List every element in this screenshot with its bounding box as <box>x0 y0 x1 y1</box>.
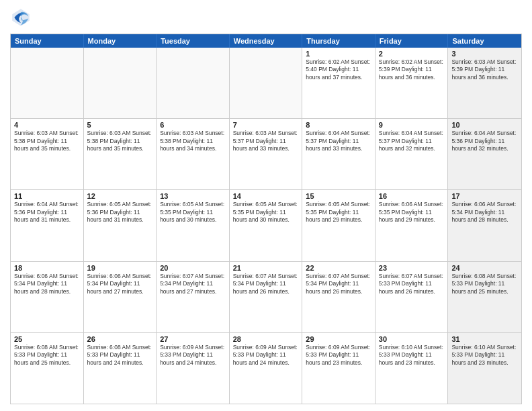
day-number: 12 <box>87 192 153 200</box>
calendar-row-5: 25Sunrise: 6:08 AM Sunset: 5:33 PM Dayli… <box>11 332 521 404</box>
calendar: SundayMondayTuesdayWednesdayThursdayFrid… <box>10 34 522 404</box>
day-number: 28 <box>233 335 299 343</box>
calendar-cell-day-22: 22Sunrise: 6:07 AM Sunset: 5:34 PM Dayli… <box>302 262 375 332</box>
day-info: Sunrise: 6:06 AM Sunset: 5:34 PM Dayligh… <box>451 201 518 224</box>
calendar-cell-day-25: 25Sunrise: 6:08 AM Sunset: 5:33 PM Dayli… <box>11 333 84 404</box>
day-number: 7 <box>233 121 299 129</box>
day-number: 4 <box>14 121 80 129</box>
calendar-cell-day-28: 28Sunrise: 6:09 AM Sunset: 5:33 PM Dayli… <box>230 333 303 404</box>
calendar-cell-day-7: 7Sunrise: 6:03 AM Sunset: 5:37 PM Daylig… <box>230 119 303 189</box>
day-number: 14 <box>233 192 299 200</box>
calendar-row-3: 11Sunrise: 6:04 AM Sunset: 5:36 PM Dayli… <box>11 189 521 261</box>
calendar-cell-day-4: 4Sunrise: 6:03 AM Sunset: 5:38 PM Daylig… <box>11 119 84 189</box>
day-info: Sunrise: 6:10 AM Sunset: 5:33 PM Dayligh… <box>451 344 518 367</box>
calendar-cell-day-21: 21Sunrise: 6:07 AM Sunset: 5:34 PM Dayli… <box>230 262 303 332</box>
calendar-cell-day-8: 8Sunrise: 6:04 AM Sunset: 5:37 PM Daylig… <box>302 119 375 189</box>
day-info: Sunrise: 6:10 AM Sunset: 5:33 PM Dayligh… <box>379 344 445 367</box>
day-info: Sunrise: 6:04 AM Sunset: 5:36 PM Dayligh… <box>451 130 518 152</box>
day-info: Sunrise: 6:05 AM Sunset: 5:36 PM Dayligh… <box>87 201 153 224</box>
calendar-cell-empty <box>11 48 84 118</box>
day-number: 1 <box>306 50 371 58</box>
day-number: 2 <box>379 50 445 58</box>
calendar-cell-day-9: 9Sunrise: 6:04 AM Sunset: 5:37 PM Daylig… <box>375 119 449 189</box>
day-number: 16 <box>379 192 445 200</box>
day-info: Sunrise: 6:05 AM Sunset: 5:35 PM Dayligh… <box>306 201 371 224</box>
day-number: 17 <box>451 192 518 200</box>
day-info: Sunrise: 6:09 AM Sunset: 5:33 PM Dayligh… <box>160 344 226 367</box>
calendar-cell-day-2: 2Sunrise: 6:02 AM Sunset: 5:39 PM Daylig… <box>375 48 449 118</box>
calendar-header: SundayMondayTuesdayWednesdayThursdayFrid… <box>11 34 521 48</box>
page: SundayMondayTuesdayWednesdayThursdayFrid… <box>0 0 532 411</box>
calendar-cell-day-1: 1Sunrise: 6:02 AM Sunset: 5:40 PM Daylig… <box>302 48 375 118</box>
weekday-header-friday: Friday <box>375 34 449 48</box>
calendar-cell-day-18: 18Sunrise: 6:06 AM Sunset: 5:34 PM Dayli… <box>11 262 84 332</box>
day-number: 18 <box>14 264 80 272</box>
day-info: Sunrise: 6:09 AM Sunset: 5:33 PM Dayligh… <box>233 344 299 367</box>
day-number: 9 <box>379 121 445 129</box>
calendar-cell-day-16: 16Sunrise: 6:06 AM Sunset: 5:35 PM Dayli… <box>375 190 449 261</box>
day-number: 29 <box>306 335 371 343</box>
calendar-cell-day-27: 27Sunrise: 6:09 AM Sunset: 5:33 PM Dayli… <box>157 333 230 404</box>
day-info: Sunrise: 6:08 AM Sunset: 5:33 PM Dayligh… <box>451 273 518 295</box>
day-info: Sunrise: 6:03 AM Sunset: 5:38 PM Dayligh… <box>87 130 153 152</box>
calendar-cell-day-10: 10Sunrise: 6:04 AM Sunset: 5:36 PM Dayli… <box>448 119 521 189</box>
calendar-cell-day-30: 30Sunrise: 6:10 AM Sunset: 5:33 PM Dayli… <box>375 333 449 404</box>
day-number: 10 <box>451 121 518 129</box>
weekday-header-wednesday: Wednesday <box>230 34 303 48</box>
day-number: 23 <box>379 264 445 272</box>
day-info: Sunrise: 6:07 AM Sunset: 5:34 PM Dayligh… <box>306 273 371 295</box>
weekday-header-thursday: Thursday <box>302 34 375 48</box>
day-number: 25 <box>14 335 80 343</box>
day-info: Sunrise: 6:06 AM Sunset: 5:34 PM Dayligh… <box>14 273 80 295</box>
day-info: Sunrise: 6:02 AM Sunset: 5:39 PM Dayligh… <box>379 58 445 81</box>
day-info: Sunrise: 6:02 AM Sunset: 5:40 PM Dayligh… <box>306 58 371 81</box>
calendar-cell-day-24: 24Sunrise: 6:08 AM Sunset: 5:33 PM Dayli… <box>448 262 521 332</box>
calendar-cell-day-14: 14Sunrise: 6:05 AM Sunset: 5:35 PM Dayli… <box>230 190 303 261</box>
logo-icon <box>10 7 32 28</box>
day-number: 11 <box>14 192 80 200</box>
calendar-cell-empty <box>230 48 303 118</box>
day-number: 8 <box>306 121 371 129</box>
day-number: 6 <box>160 121 226 129</box>
day-number: 15 <box>306 192 371 200</box>
day-info: Sunrise: 6:03 AM Sunset: 5:38 PM Dayligh… <box>14 130 80 152</box>
day-number: 26 <box>87 335 153 343</box>
day-number: 27 <box>160 335 226 343</box>
weekday-header-monday: Monday <box>84 34 157 48</box>
day-number: 24 <box>451 264 518 272</box>
day-info: Sunrise: 6:08 AM Sunset: 5:33 PM Dayligh… <box>14 344 80 367</box>
day-number: 30 <box>379 335 445 343</box>
day-number: 5 <box>87 121 153 129</box>
calendar-cell-day-6: 6Sunrise: 6:03 AM Sunset: 5:38 PM Daylig… <box>157 119 230 189</box>
day-info: Sunrise: 6:05 AM Sunset: 5:35 PM Dayligh… <box>160 201 226 224</box>
day-number: 13 <box>160 192 226 200</box>
header <box>10 7 522 28</box>
calendar-cell-day-5: 5Sunrise: 6:03 AM Sunset: 5:38 PM Daylig… <box>84 119 157 189</box>
calendar-cell-day-23: 23Sunrise: 6:07 AM Sunset: 5:33 PM Dayli… <box>375 262 449 332</box>
calendar-row-4: 18Sunrise: 6:06 AM Sunset: 5:34 PM Dayli… <box>11 261 521 332</box>
calendar-cell-day-20: 20Sunrise: 6:07 AM Sunset: 5:34 PM Dayli… <box>157 262 230 332</box>
calendar-row-1: 1Sunrise: 6:02 AM Sunset: 5:40 PM Daylig… <box>11 48 521 118</box>
calendar-cell-day-31: 31Sunrise: 6:10 AM Sunset: 5:33 PM Dayli… <box>448 333 521 404</box>
day-number: 21 <box>233 264 299 272</box>
day-info: Sunrise: 6:04 AM Sunset: 5:37 PM Dayligh… <box>306 130 371 152</box>
calendar-cell-day-12: 12Sunrise: 6:05 AM Sunset: 5:36 PM Dayli… <box>84 190 157 261</box>
day-info: Sunrise: 6:08 AM Sunset: 5:33 PM Dayligh… <box>87 344 153 367</box>
logo <box>10 7 34 28</box>
calendar-cell-day-15: 15Sunrise: 6:05 AM Sunset: 5:35 PM Dayli… <box>302 190 375 261</box>
weekday-header-tuesday: Tuesday <box>157 34 230 48</box>
calendar-cell-empty <box>157 48 230 118</box>
day-info: Sunrise: 6:07 AM Sunset: 5:34 PM Dayligh… <box>160 273 226 295</box>
day-info: Sunrise: 6:05 AM Sunset: 5:35 PM Dayligh… <box>233 201 299 224</box>
day-number: 19 <box>87 264 153 272</box>
calendar-body: 1Sunrise: 6:02 AM Sunset: 5:40 PM Daylig… <box>11 48 521 404</box>
day-info: Sunrise: 6:03 AM Sunset: 5:39 PM Dayligh… <box>451 58 518 81</box>
calendar-cell-day-17: 17Sunrise: 6:06 AM Sunset: 5:34 PM Dayli… <box>448 190 521 261</box>
calendar-cell-empty <box>84 48 157 118</box>
day-info: Sunrise: 6:06 AM Sunset: 5:34 PM Dayligh… <box>87 273 153 295</box>
day-info: Sunrise: 6:07 AM Sunset: 5:33 PM Dayligh… <box>379 273 445 295</box>
calendar-cell-day-11: 11Sunrise: 6:04 AM Sunset: 5:36 PM Dayli… <box>11 190 84 261</box>
day-info: Sunrise: 6:09 AM Sunset: 5:33 PM Dayligh… <box>306 344 371 367</box>
calendar-row-2: 4Sunrise: 6:03 AM Sunset: 5:38 PM Daylig… <box>11 118 521 189</box>
day-info: Sunrise: 6:07 AM Sunset: 5:34 PM Dayligh… <box>233 273 299 295</box>
